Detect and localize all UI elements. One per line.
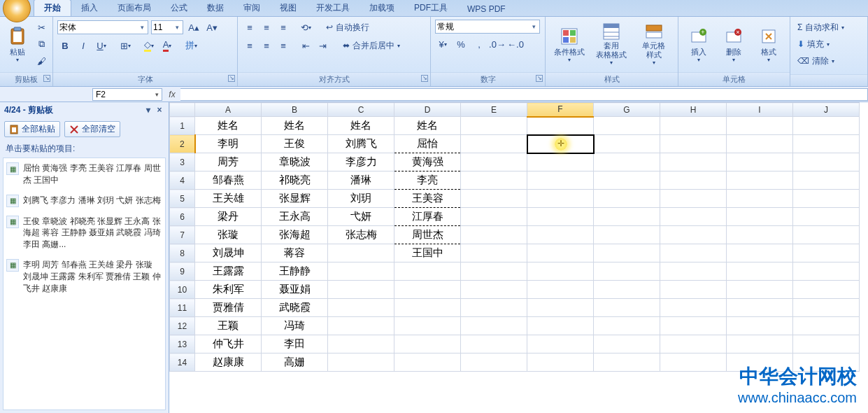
cell[interactable] [660,153,727,172]
cell[interactable] [527,117,594,135]
column-header[interactable]: G [594,103,660,117]
font-color-button[interactable]: A▾ [159,38,175,53]
cell[interactable] [594,244,660,262]
cell[interactable]: 王永高 [262,208,328,226]
decrease-decimal-button[interactable]: ←.0 [508,36,523,52]
cell[interactable] [727,281,793,299]
cell[interactable] [594,317,660,335]
fx-button[interactable]: fx [164,90,180,99]
increase-font-button[interactable]: A▴ [186,20,201,35]
cell[interactable]: 王颖 [195,317,262,335]
cell[interactable] [594,117,660,135]
cell[interactable]: 王静静 [262,262,328,281]
cell[interactable] [594,226,660,244]
cell[interactable] [527,299,594,317]
cell[interactable] [328,281,394,299]
cell[interactable]: 蒋容 [262,244,328,262]
tab-dev[interactable]: 开发工具 [306,0,360,16]
cell[interactable] [594,299,660,317]
cell[interactable] [527,317,594,335]
cell[interactable] [394,299,461,317]
percent-button[interactable]: % [453,36,469,52]
cell[interactable]: 周世杰 [394,226,461,244]
cut-button[interactable]: ✂ [34,20,49,35]
clipboard-item[interactable]: ▦李明 周芳 邹春燕 王关雄 梁丹 张璇 刘晟坤 王露露 朱利军 贾雅倩 王颖 … [3,255,165,298]
cell[interactable] [660,281,727,299]
column-header[interactable]: H [660,103,727,117]
cell[interactable]: 刘腾飞 [328,135,394,153]
cell[interactable] [727,317,793,335]
cell[interactable]: 屈怡 [394,135,461,153]
cell[interactable]: 章晓波 [262,153,328,172]
cell[interactable]: 冯琦 [262,317,328,335]
cell[interactable] [394,354,461,372]
format-painter-button[interactable]: 🖌 [34,53,49,69]
currency-button[interactable]: ¥▾ [435,36,450,52]
cell[interactable]: 王美容 [394,190,461,208]
cell[interactable] [461,299,527,317]
cell[interactable]: 王露露 [195,262,262,281]
cell[interactable] [793,208,860,226]
cell[interactable] [727,135,793,153]
cell[interactable] [328,262,394,281]
cell[interactable]: 贾雅倩 [195,299,262,317]
underline-button[interactable]: U▾ [94,38,109,53]
clipboard-item[interactable]: ▦王俊 章晓波 祁晓亮 张显辉 王永高 张海超 蒋容 王静静 聂亚娟 武晓霞 冯… [3,211,165,255]
cell[interactable] [527,244,594,262]
delete-cells-button[interactable]: ×删除▾ [718,20,750,69]
cell[interactable]: 姓名 [262,117,328,135]
cell[interactable]: 姓名 [328,117,394,135]
cell[interactable]: 王国中 [394,244,461,262]
cell[interactable] [727,190,793,208]
cell[interactable] [727,153,793,172]
number-format-combo[interactable]: 常规▾ [435,20,540,34]
tab-formula[interactable]: 公式 [161,0,197,16]
cell[interactable]: 高姗 [262,354,328,372]
font-size-combo[interactable]: 11▾ [151,20,183,34]
cell[interactable] [527,172,594,190]
cell[interactable] [660,117,727,135]
increase-indent-button[interactable]: ⇥ [315,38,330,53]
cell[interactable] [461,262,527,281]
cell[interactable]: 张显辉 [262,190,328,208]
cell[interactable]: 聂亚娟 [262,281,328,299]
cell[interactable] [660,299,727,317]
cell[interactable] [328,335,394,354]
row-header[interactable]: 14 [170,354,195,372]
cell[interactable] [461,317,527,335]
cell[interactable] [660,354,727,372]
row-header[interactable]: 11 [170,299,195,317]
align-middle-button[interactable]: ≡ [259,20,274,35]
wrap-text-button[interactable]: ↩自动换行 [323,20,372,35]
tab-view[interactable]: 视图 [270,0,306,16]
clear-all-button[interactable]: 全部清空 [64,121,120,137]
cell[interactable] [793,190,860,208]
paste-all-button[interactable]: 全部粘贴 [4,121,60,137]
cell[interactable] [461,153,527,172]
cell[interactable] [594,190,660,208]
cell[interactable] [594,354,660,372]
cell[interactable] [727,354,793,372]
cell[interactable] [793,299,860,317]
cell[interactable] [527,208,594,226]
cell[interactable] [793,354,860,372]
format-cells-button[interactable]: 格式▾ [753,20,785,69]
tab-home[interactable]: 开始 [34,0,71,16]
cell[interactable] [594,281,660,299]
cell[interactable] [461,172,527,190]
row-header[interactable]: 7 [170,226,195,244]
cell[interactable] [594,208,660,226]
cell[interactable] [727,208,793,226]
bold-button[interactable]: B [57,38,73,53]
spreadsheet-grid[interactable]: ABCDEFGHIJ1姓名姓名姓名姓名2李明王俊刘腾飞屈怡✛3周芳章晓波李彦力黄… [169,102,868,413]
cell[interactable]: 仲飞井 [195,335,262,354]
cell[interactable]: 姓名 [195,117,262,135]
cell[interactable] [660,335,727,354]
cell[interactable] [727,172,793,190]
cell[interactable] [727,244,793,262]
cell[interactable] [461,281,527,299]
cell[interactable] [527,335,594,354]
row-header[interactable]: 5 [170,190,195,208]
cell[interactable]: ✛ [527,135,594,153]
cell[interactable]: 武晓霞 [262,299,328,317]
